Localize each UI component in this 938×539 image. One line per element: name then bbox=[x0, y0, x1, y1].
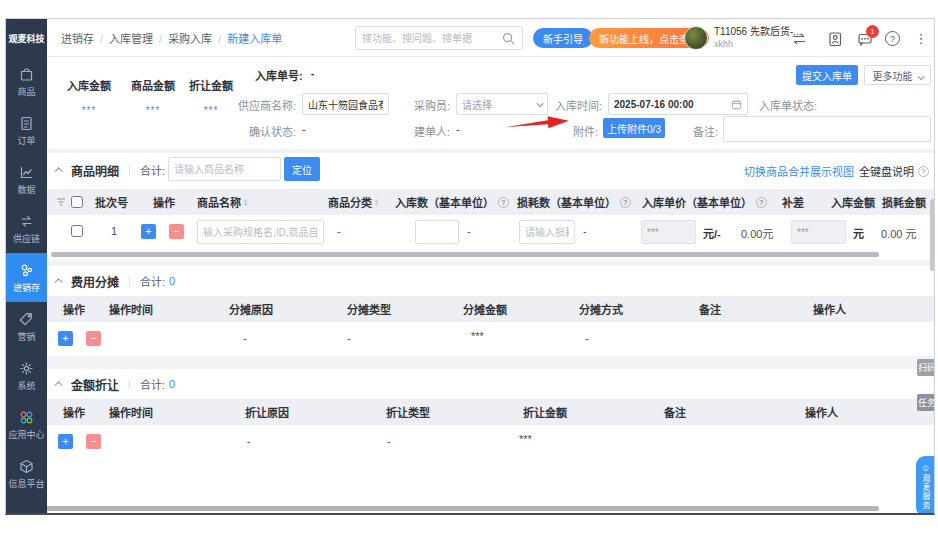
section-title: 费用分摊 bbox=[71, 273, 119, 290]
col-inbound-amount: 入库金额 bbox=[831, 189, 875, 215]
breadcrumb: 进销存 入库管理 采购入库 新建入库单 bbox=[61, 19, 282, 57]
window-horizontal-scrollbar[interactable] bbox=[9, 506, 879, 511]
help-icon[interactable]: ? bbox=[620, 197, 631, 208]
supplier-input[interactable] bbox=[302, 93, 389, 115]
submit-inbound-button[interactable]: 提交入库单 bbox=[796, 65, 858, 85]
switch-view-link[interactable]: 切换商品合并展示视图 bbox=[744, 163, 854, 179]
sort-icon[interactable]: ▴▾ bbox=[244, 198, 247, 206]
brand-logo: 观麦科技 bbox=[6, 19, 47, 57]
more-menu-icon[interactable]: ⋮ bbox=[913, 31, 929, 47]
col-discount-reason: 折让原因 bbox=[245, 399, 289, 425]
service-tab[interactable]: ☺ 观麦服务 bbox=[916, 456, 935, 515]
discount-amount-value: *** bbox=[519, 433, 532, 445]
buyer-select-value: 请选择 bbox=[462, 97, 492, 112]
help-icon[interactable]: ? bbox=[498, 197, 509, 208]
remove-row-button[interactable]: − bbox=[86, 434, 101, 449]
row-checkbox[interactable] bbox=[71, 225, 83, 237]
discount-type-value: - bbox=[387, 435, 391, 447]
share-reason-value: - bbox=[243, 332, 247, 344]
keyboard-help[interactable]: 全键盘说明 ? bbox=[859, 163, 929, 179]
scan-code-tab[interactable]: 扫码 bbox=[917, 359, 935, 376]
search-icon[interactable] bbox=[501, 31, 516, 46]
breadcrumb-item[interactable]: 采购入库 bbox=[153, 30, 212, 46]
contacts-icon[interactable] bbox=[827, 31, 843, 47]
confirm-status-value: - bbox=[302, 123, 306, 135]
more-functions-button[interactable]: 更多功能 bbox=[864, 65, 931, 85]
beginner-guide-button[interactable]: 新手引导 bbox=[533, 28, 593, 48]
buyer-select[interactable]: 请选择 bbox=[456, 93, 548, 115]
task-tab[interactable]: 任务 bbox=[917, 394, 935, 411]
order-status-label: 入库单状态: bbox=[759, 97, 817, 113]
price-unit: 元/- bbox=[703, 225, 721, 241]
global-search bbox=[355, 26, 523, 50]
section-title: 金额折让 bbox=[71, 376, 119, 393]
inbound-qty-input[interactable] bbox=[415, 220, 459, 244]
goods-name-search-input[interactable] bbox=[168, 157, 281, 181]
col-discount-amount: 折让金额 bbox=[523, 399, 567, 425]
avatar[interactable] bbox=[684, 26, 708, 50]
chevron-down-icon bbox=[917, 73, 924, 80]
col-goods-name[interactable]: 商品名称 ▴▾ bbox=[197, 189, 247, 215]
sidebar-item-system[interactable]: 系统 bbox=[6, 351, 47, 400]
select-all-checkbox[interactable] bbox=[71, 196, 83, 208]
messages-icon[interactable]: 1 bbox=[857, 31, 873, 47]
loss-qty-input[interactable] bbox=[519, 220, 575, 244]
inbound-time-picker[interactable]: 2025-07-16 00:00 bbox=[608, 93, 748, 115]
chart-icon bbox=[18, 164, 35, 181]
filter-icon[interactable] bbox=[55, 189, 67, 215]
sidebar-nav: 商品 订单 数据 供应链 进销存 营销 bbox=[6, 57, 47, 498]
sidebar-item-marketing[interactable]: 营销 bbox=[6, 302, 47, 351]
upload-attachment-button[interactable]: 上传附件0/3 bbox=[603, 118, 665, 138]
breadcrumb-item[interactable]: 入库管理 bbox=[94, 30, 153, 46]
switch-account-icon[interactable] bbox=[791, 31, 807, 47]
col-op-time: 操作时间 bbox=[109, 399, 153, 425]
remark-input[interactable] bbox=[723, 116, 931, 142]
total-value: 0 bbox=[169, 275, 175, 287]
col-actions: 操作 bbox=[153, 189, 175, 215]
sort-icon[interactable]: ▴▾ bbox=[375, 198, 378, 206]
order-no-value: - bbox=[311, 67, 315, 83]
remove-row-button[interactable]: − bbox=[86, 331, 101, 346]
global-search-input[interactable] bbox=[356, 33, 501, 44]
buyer-label: 采购员: bbox=[403, 97, 450, 113]
collapse-icon[interactable] bbox=[54, 167, 62, 175]
sidebar-item-inventory[interactable]: 进销存 bbox=[6, 253, 47, 302]
sidebar-item-supply-chain[interactable]: 供应链 bbox=[6, 204, 47, 253]
creator-label: 建单人: bbox=[403, 123, 450, 139]
order-no-label: 入库单号: bbox=[255, 67, 303, 83]
sidebar-item-label: 数据 bbox=[17, 183, 35, 196]
help-icon[interactable]: ? bbox=[885, 31, 901, 47]
calendar-icon bbox=[731, 99, 742, 110]
add-row-button[interactable]: + bbox=[141, 224, 156, 239]
gear-icon bbox=[18, 360, 35, 377]
goods-table-row: 1 + − - - - *** 元/- 0.00元 *** 元 0.00 元 bbox=[47, 215, 935, 249]
sidebar-item-orders[interactable]: 订单 bbox=[6, 106, 47, 155]
vertical-scrollbar[interactable] bbox=[930, 199, 935, 271]
collapse-icon[interactable] bbox=[54, 381, 62, 389]
col-goods-category[interactable]: 商品分类 ▴▾ bbox=[328, 189, 378, 215]
app-window: 观麦科技 商品 订单 数据 供应链 进销存 bbox=[5, 18, 935, 515]
remove-row-button[interactable]: − bbox=[169, 224, 184, 239]
goods-spec-input[interactable] bbox=[197, 220, 324, 244]
goods-detail-card: 商品明细 合计: 1 定位 切换商品合并展示视图 全键盘说明 ? bbox=[47, 153, 935, 260]
user-info[interactable]: T11056 先款后货-... xkhh bbox=[714, 26, 802, 50]
collapse-icon[interactable] bbox=[54, 278, 62, 286]
sidebar-item-label: 进销存 bbox=[13, 281, 40, 294]
col-inbound-qty: 入库数（基本单位）? bbox=[395, 189, 509, 215]
sidebar-item-app-center[interactable]: 应用中心 bbox=[6, 400, 47, 449]
breadcrumb-item[interactable]: 进销存 bbox=[61, 30, 94, 46]
col-share-amount: 分摊金额 bbox=[463, 296, 507, 322]
sidebar-item-goods[interactable]: 商品 bbox=[6, 57, 47, 106]
help-icon[interactable]: ? bbox=[756, 197, 767, 208]
locate-button[interactable]: 定位 bbox=[284, 157, 320, 181]
add-row-button[interactable]: + bbox=[58, 434, 73, 449]
sidebar-item-data[interactable]: 数据 bbox=[6, 155, 47, 204]
sidebar-item-info-platform[interactable]: 信息平台 bbox=[6, 449, 47, 498]
discount-table-header: 操作 操作时间 折让原因 折让类型 折让金额 备注 操作人 bbox=[47, 399, 935, 425]
screenshot-canvas: 观麦科技 商品 订单 数据 供应链 进销存 bbox=[0, 0, 938, 539]
add-row-button[interactable]: + bbox=[58, 331, 73, 346]
table-horizontal-scrollbar[interactable] bbox=[51, 252, 879, 257]
unit-price-field: *** bbox=[641, 220, 696, 244]
section-title: 商品明细 bbox=[71, 162, 119, 179]
goods-table-header: 批次号 操作 商品名称 ▴▾ 商品分类 ▴▾ 入库数（基本单位）? 损耗数（基本… bbox=[47, 189, 935, 215]
